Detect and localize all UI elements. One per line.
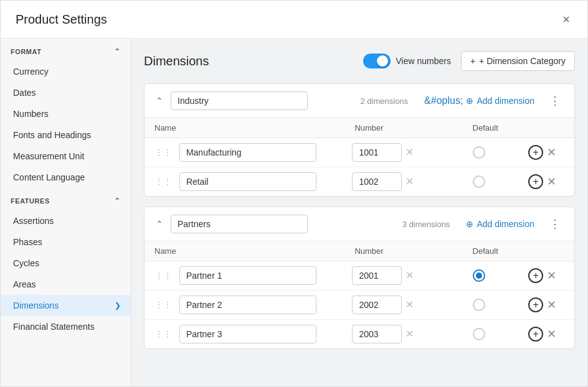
remove-row-button[interactable]: ✕ — [547, 147, 556, 158]
sidebar-item-label: Fonts and Headings — [13, 130, 91, 140]
dim-name-input[interactable] — [179, 325, 316, 343]
drag-handle-icon[interactable]: ⋮⋮ — [154, 271, 172, 281]
default-radio[interactable] — [473, 328, 485, 340]
sidebar-item-fonts-headings[interactable]: Fonts and Headings — [1, 124, 131, 146]
category-name-input-partners[interactable] — [171, 215, 308, 233]
default-cell — [463, 291, 519, 320]
action-buttons: + ✕ — [528, 268, 564, 283]
sidebar-item-financial-statements[interactable]: Financial Statements — [1, 316, 131, 337]
modal-title: Product Settings — [16, 12, 107, 27]
number-cell: ✕ — [342, 167, 462, 197]
col-header-default-p: Default — [463, 241, 519, 261]
default-cell — [463, 138, 519, 167]
dim-name-input[interactable] — [179, 143, 316, 162]
drag-handle-icon[interactable]: ⋮⋮ — [154, 177, 172, 187]
drag-handle-icon[interactable]: ⋮⋮ — [154, 300, 172, 310]
sidebar-item-numbers[interactable]: Numbers — [1, 103, 131, 124]
number-cell-inner: ✕ — [352, 266, 452, 285]
sidebar-item-label: Cycles — [13, 258, 39, 268]
action-buttons: + ✕ — [528, 145, 564, 160]
default-radio[interactable] — [473, 175, 485, 188]
sidebar-features-section: FEATURES ⌃ — [1, 188, 131, 210]
remove-row-button[interactable]: ✕ — [547, 299, 556, 310]
clear-number-button[interactable]: ✕ — [405, 177, 414, 187]
more-options-partners-button[interactable]: ⋮ — [546, 216, 564, 232]
dim-name-input[interactable] — [179, 266, 316, 285]
sidebar-item-dimensions[interactable]: Dimensions ❯ — [1, 295, 131, 316]
sidebar-item-label: Areas — [13, 279, 36, 289]
col-header-actions-p — [518, 241, 574, 261]
view-numbers-toggle[interactable] — [363, 54, 391, 68]
main-header: Dimensions View numbers + + Dimension Ca… — [144, 51, 575, 71]
add-dimension-label2: Add dimension — [477, 219, 534, 229]
add-category-button[interactable]: + + Dimension Category — [461, 51, 575, 71]
clear-number-button[interactable]: ✕ — [405, 300, 414, 310]
actions-cell: + ✕ — [518, 320, 574, 349]
add-row-button[interactable]: + — [528, 327, 543, 342]
name-cell: ⋮⋮ — [145, 291, 342, 320]
table-row: ⋮⋮ ✕ + ✕ — [145, 320, 574, 349]
collapse-partners-button[interactable]: ⌃ — [154, 218, 164, 230]
modal-body: FORMAT ⌃ Currency Dates Numbers Fonts an… — [1, 39, 587, 386]
sidebar-format-section: FORMAT ⌃ — [1, 39, 131, 61]
name-cell: ⋮⋮ — [145, 138, 342, 167]
add-row-button[interactable]: + — [528, 268, 543, 283]
sidebar-item-measurement-unit[interactable]: Measurement Unit — [1, 146, 131, 167]
collapse-industry-button[interactable]: ⌃ — [154, 95, 164, 107]
close-button[interactable]: × — [560, 11, 572, 28]
number-input[interactable] — [352, 296, 402, 314]
toggle-slider — [363, 54, 391, 68]
dim-name-input[interactable] — [179, 296, 316, 314]
category-header-partners: ⌃ 3 dimensions ⊕ Add dimension ⋮ — [145, 207, 574, 241]
drag-handle-icon[interactable]: ⋮⋮ — [154, 147, 172, 157]
sidebar: FORMAT ⌃ Currency Dates Numbers Fonts an… — [1, 39, 131, 386]
sidebar-item-label: Financial Statements — [13, 322, 95, 332]
number-input[interactable] — [352, 143, 402, 162]
col-header-number: Number — [342, 118, 462, 138]
number-input[interactable] — [352, 266, 402, 285]
default-cell — [463, 320, 519, 349]
clear-number-button[interactable]: ✕ — [405, 271, 414, 281]
sidebar-item-cycles[interactable]: Cycles — [1, 253, 131, 274]
sidebar-item-currency[interactable]: Currency — [1, 61, 131, 82]
sidebar-item-dates[interactable]: Dates — [1, 82, 131, 103]
default-radio[interactable] — [473, 269, 485, 282]
clear-number-button[interactable]: ✕ — [405, 329, 414, 339]
add-category-label: + Dimension Category — [479, 56, 566, 66]
category-name-input-industry[interactable] — [171, 91, 308, 110]
actions-cell: + ✕ — [518, 138, 574, 167]
number-cell-inner: ✕ — [352, 325, 452, 343]
main-content: Dimensions View numbers + + Dimension Ca… — [131, 39, 587, 386]
default-radio[interactable] — [473, 146, 485, 159]
clear-number-button[interactable]: ✕ — [405, 147, 414, 157]
number-input[interactable] — [352, 325, 402, 343]
drag-handle-icon[interactable]: ⋮⋮ — [154, 329, 172, 339]
number-input[interactable] — [352, 172, 402, 191]
sidebar-item-label: Currency — [13, 67, 49, 77]
add-dimension-label: Add dimension — [477, 96, 534, 106]
default-radio[interactable] — [473, 299, 485, 311]
number-cell-inner: ✕ — [352, 296, 452, 314]
add-row-button[interactable]: + — [528, 145, 543, 160]
sidebar-item-phases[interactable]: Phases — [1, 231, 131, 253]
remove-row-button[interactable]: ✕ — [547, 176, 556, 187]
default-cell — [463, 261, 519, 291]
format-chevron-icon: ⌃ — [114, 47, 121, 56]
add-dimension-partners-button[interactable]: ⊕ Add dimension — [461, 217, 539, 231]
sidebar-item-areas[interactable]: Areas — [1, 274, 131, 295]
number-cell-inner: ✕ — [352, 143, 452, 162]
more-options-industry-button[interactable]: ⋮ — [546, 93, 564, 109]
name-cell: ⋮⋮ — [145, 320, 342, 349]
sidebar-item-assertions[interactable]: Assertions — [1, 210, 131, 231]
add-dimension-industry-button[interactable]: &#oplus; ⊕ Add dimension — [419, 93, 539, 109]
table-header-row: Name Number Default — [145, 118, 574, 138]
dim-name-input[interactable] — [179, 172, 316, 191]
col-header-default: Default — [463, 118, 519, 138]
add-row-button[interactable]: + — [528, 297, 543, 312]
remove-row-button[interactable]: ✕ — [547, 270, 556, 281]
remove-row-button[interactable]: ✕ — [547, 329, 556, 340]
add-row-button[interactable]: + — [528, 174, 543, 189]
sidebar-item-content-language[interactable]: Content Language — [1, 167, 131, 188]
number-cell-inner: ✕ — [352, 172, 452, 191]
industry-dim-count: 2 dimensions — [314, 96, 408, 106]
